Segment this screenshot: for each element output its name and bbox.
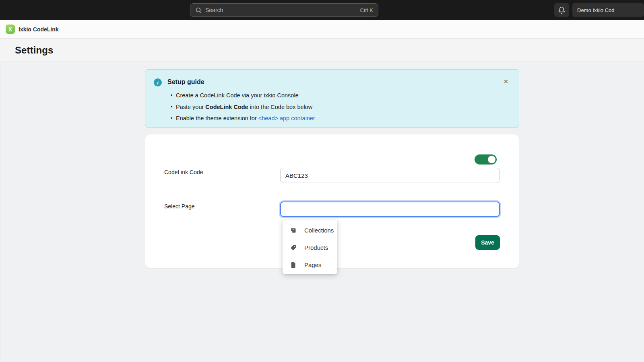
search-placeholder: Search [205,7,360,13]
search-bar[interactable]: Search Ctrl K [190,3,378,17]
save-button[interactable]: Save [475,235,500,250]
select-page-input[interactable] [280,202,500,217]
setup-step-3: Enable the theme extension for <head> ap… [171,115,315,121]
app-header: X Ixkio CodeLink [0,20,644,39]
setup-guide-banner: i Setup guide Create a CodeLink Code via… [145,69,519,128]
topbar-right: Demo Ixkio Cod [554,3,644,17]
close-icon[interactable]: ✕ [501,77,511,86]
pages-icon [289,261,297,269]
page-title: Settings [15,45,53,56]
products-icon [289,244,297,252]
field-label-select-page: Select Page [164,203,195,210]
head-app-container-link[interactable]: <head> app container [258,115,315,121]
store-menu-button[interactable]: Demo Ixkio Cod [572,3,644,17]
codelink-code-input[interactable] [280,168,500,183]
banner-title: Setup guide [167,78,204,86]
dropdown-item-pages[interactable]: Pages [283,256,337,274]
app-name: Ixkio CodeLink [19,26,59,33]
setup-step-2: Paste your CodeLink Code into the Code b… [171,104,315,110]
select-page-dropdown: Collections Products Pages [283,220,337,274]
setup-step-1: Create a CodeLink Code via your ixkio Co… [171,92,315,99]
topbar: Search Ctrl K Demo Ixkio Cod [0,0,644,20]
enabled-toggle[interactable] [475,154,497,165]
bell-icon [558,6,566,14]
setup-guide-list: Create a CodeLink Code via your ixkio Co… [171,92,315,127]
collections-icon [289,226,297,234]
main-content: i Setup guide Create a CodeLink Code via… [0,62,644,362]
settings-card: CodeLink Code Select Page Collections [145,134,519,268]
notifications-button[interactable] [554,3,569,17]
dropdown-item-products[interactable]: Products [283,239,337,256]
search-icon [195,7,202,14]
toggle-knob [488,156,495,163]
app-logo-icon: X [6,25,15,34]
search-shortcut: Ctrl K [360,7,374,13]
info-icon: i [154,78,162,86]
page-title-band: Settings [0,39,644,62]
field-label-codelink-code: CodeLink Code [164,169,203,175]
dropdown-item-collections[interactable]: Collections [283,222,337,239]
